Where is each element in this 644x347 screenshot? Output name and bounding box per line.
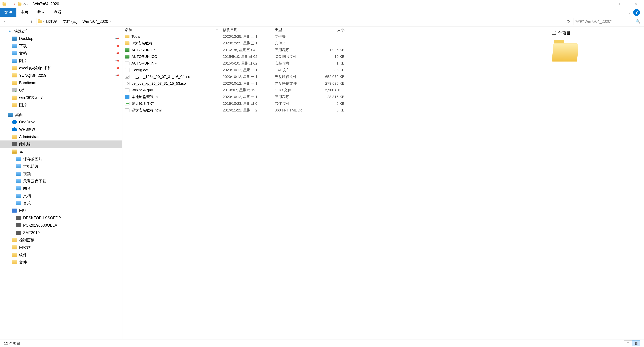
file-row[interactable]: pe_yqs_1064_20_07_31_16_04.iso 2020/10/1… [122,73,547,80]
file-row[interactable]: Config.dat 2020/10/12, 星期一 1... DAT 文件 3… [122,67,547,73]
sidebar-quickaccess[interactable]: ★ 快速访问 [0,27,122,35]
nav-recent-button[interactable]: ⌄ [19,18,26,25]
sidebar-extra-item[interactable]: 控制面板 [0,236,122,244]
sidebar-net-item[interactable]: PC-20190530OBLA [0,222,122,229]
sidebar-qa-item[interactable]: 图片 [0,101,122,109]
sidebar-lib-item[interactable]: 保存的图片 [0,155,122,163]
column-name[interactable]: 名称⌃ [122,27,220,32]
folder-icon [12,36,17,40]
file-row[interactable]: AUTORUN.ICO 2015/5/10, 星期日 02... ICO 图片文… [122,53,547,60]
sidebar-qa-item[interactable]: win7重装win7 [0,94,122,101]
search-box[interactable]: 搜索"Win7x64_2020" 🔍 [574,18,642,25]
breadcrumb-item-1[interactable]: 文档 (E:) [61,18,79,25]
breadcrumb-item-0[interactable]: 此电脑 [44,18,59,25]
sidebar-item-label: PC-20190530OBLA [23,223,57,228]
qat-overflow-icon[interactable]: ▾ [27,3,28,5]
breadcrumb-item-2[interactable]: Win7x64_2020 [81,18,109,24]
sidebar-net-item[interactable]: ZMT2019 [0,229,122,236]
nav-back-button[interactable]: ← [2,18,9,25]
sidebar-lib-item[interactable]: 音乐 [0,200,122,207]
sidebar-qa-item[interactable]: 图片📌 [0,57,122,64]
file-name: U盘安装教程 [132,41,152,46]
minimize-button[interactable] [598,0,613,8]
ribbon-tab-home[interactable]: 主页 [16,8,33,16]
help-button[interactable]: ? [633,9,640,16]
column-type[interactable]: 类型 [272,27,319,32]
file-name: pe_yqs_xp_20_07_31_15_53.iso [132,81,186,86]
nav-up-button[interactable]: ↑ [28,18,35,25]
navigation-pane[interactable]: ★ 快速访问 Desktop📌下载📌文档📌图片📌excel表格制作求和📌YUNQ… [0,26,122,339]
sidebar-qa-item[interactable]: 文档📌 [0,50,122,57]
crumb-sep[interactable]: › [60,20,60,23]
sidebar-desktop-item[interactable]: OneDrive [0,118,122,126]
sidebar-item-label: 图片 [23,186,31,191]
qat-close-icon[interactable]: ✕ [23,2,26,6]
file-row[interactable]: pe_yqs_xp_20_07_31_15_53.iso 2020/10/12,… [122,80,547,87]
sidebar-qa-item[interactable]: excel表格制作求和📌 [0,64,122,72]
sidebar-lib-item[interactable]: 视频 [0,170,122,177]
sidebar-qa-item[interactable]: Bandicam [0,79,122,86]
close-button[interactable] [628,0,644,8]
folder-icon [12,88,17,92]
address-bar[interactable]: › 此电脑 › 文档 (E:) › Win7x64_2020 › ⌄ ⟳ [36,18,572,25]
file-row[interactable]: AUTORUN.EXE 2016/1/8, 星期五 04:... 应用程序 1,… [122,47,547,53]
maximize-button[interactable] [613,0,628,8]
file-icon [125,68,130,72]
folder-icon [12,95,17,100]
ribbon-tab-share[interactable]: 共享 [33,8,49,16]
sidebar-lib-item[interactable]: 天翼云盘下载 [0,177,122,185]
file-icon [125,88,130,92]
file-size: 10 KB [319,54,348,59]
sidebar-qa-item[interactable]: G:\ [0,86,122,94]
sidebar-desktop-item[interactable]: 此电脑 [0,140,122,148]
sidebar-item-label: Administrator [19,135,42,139]
file-date: 2016/10/23, 星期日 0... [220,101,272,106]
sidebar-desktop-item[interactable]: Administrator [0,133,122,140]
file-row[interactable]: Win7x64.gho 2019/9/7, 星期六 19:... GHO 文件 … [122,87,547,93]
address-dropdown-icon[interactable]: ⌄ [563,20,565,23]
pin-icon: 📌 [115,58,120,63]
file-row[interactable]: 本地硬盘安装.exe 2020/10/12, 星期一 1... 应用程序 28,… [122,93,547,100]
sidebar-desktop[interactable]: 桌面 [0,111,122,118]
crumb-sep[interactable]: › [110,20,111,23]
crumb-sep[interactable]: › [43,20,44,23]
file-row[interactable]: AUTORUN.INF 2015/5/10, 星期日 02... 安装信息 1 … [122,60,547,67]
ribbon-tab-view[interactable]: 查看 [49,8,66,16]
nav-forward-button[interactable]: → [10,18,18,25]
refresh-icon[interactable]: ⟳ [567,19,570,24]
sidebar-item-label: Desktop [19,36,33,41]
sidebar-extra-item[interactable]: 文件 [0,259,122,266]
sidebar-net-item[interactable]: DESKTOP-LSSOEDP [0,214,122,222]
sidebar-qa-item[interactable]: YUNQISHI2019📌 [0,72,122,79]
ribbon-expand-icon[interactable]: ⌄ [628,10,631,14]
column-date[interactable]: 修改日期 [220,27,272,32]
crumb-sep[interactable]: › [80,20,80,23]
sidebar-desktop-item[interactable]: WPS网盘 [0,126,122,133]
view-details-button[interactable]: ☰ [624,341,632,346]
sidebar-network[interactable]: 网络 [0,207,122,214]
file-size: 1 KB [319,61,348,65]
file-row[interactable]: 光盘说明.TXT 2016/10/23, 星期日 0... TXT 文件 5 K… [122,100,547,107]
sidebar-item-label: 天翼云盘下载 [23,179,46,184]
sidebar-extra-item[interactable]: 回收站 [0,244,122,251]
sidebar-extra-item[interactable]: 软件 [0,251,122,259]
sidebar-item-label: 回收站 [19,245,31,250]
qat-folder-icon[interactable] [17,2,22,6]
sidebar-desktop-item[interactable]: 库 [0,148,122,155]
sidebar-qa-item[interactable]: Desktop📌 [0,35,122,42]
column-size[interactable]: 大小 [319,27,348,32]
ribbon-tab-file[interactable]: 文件 [0,8,16,16]
file-name: 硬盘安装教程.html [132,108,162,113]
file-row[interactable]: U盘安装教程 2020/12/25, 星期五 1... 文件夹 [122,40,547,47]
qat-check-icon[interactable]: ✔ [13,2,16,6]
file-row[interactable]: 硬盘安装教程.html 2016/11/21, 星期一 2... 360 se … [122,107,547,114]
sidebar-lib-item[interactable]: 图片 [0,185,122,192]
sidebar-lib-item[interactable]: 本机照片 [0,163,122,170]
ribbon: 文件 主页 共享 查看 ⌄ ? [0,8,644,17]
sidebar-qa-item[interactable]: 下载📌 [0,42,122,50]
file-type: DAT 文件 [272,67,319,73]
file-rows[interactable]: Tools 2020/12/25, 星期五 1... 文件夹 U盘安装教程 20… [122,33,547,339]
sidebar-lib-item[interactable]: 文档 [0,192,122,200]
file-row[interactable]: Tools 2020/12/25, 星期五 1... 文件夹 [122,33,547,40]
view-icons-button[interactable]: ▦ [632,341,640,346]
